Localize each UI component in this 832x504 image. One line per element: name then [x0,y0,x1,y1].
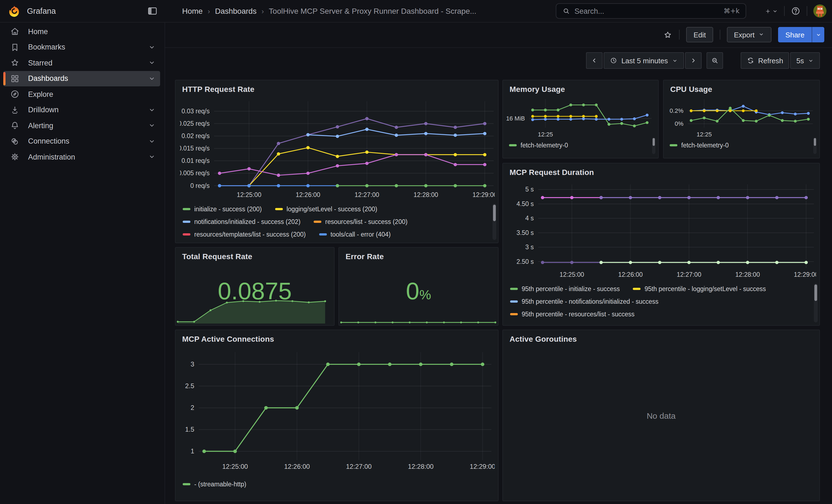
legend-row: fetch-telemetry-0 [670,139,810,151]
sidebar-item-label: Administration [28,153,148,161]
legend-item[interactable]: resources/templates/list - success (200) [183,231,306,237]
panel-title[interactable]: MCP Active Connections [176,330,498,343]
legend-item[interactable]: notifications/initialized - success (202… [183,218,301,225]
cpu-usage-chart[interactable]: 0.2%0%12:25 [666,96,815,140]
svg-text:12:29:00: 12:29:00 [470,463,495,470]
legend-item[interactable]: initialize - success (200) [183,206,262,212]
refresh-button[interactable]: Refresh [740,52,789,69]
svg-text:0.005 req/s: 0.005 req/s [180,169,210,177]
legend-item[interactable]: resources/list - success (200) [314,218,408,225]
chevron-down-icon[interactable] [148,153,156,161]
panel-total-request-rate: Total Request Rate 0.0875 [175,247,335,326]
plug-icon [10,136,20,146]
panel-title[interactable]: MCP Request Duration [503,163,820,177]
grafana-app: Grafana Home›Dashboards›ToolHive MCP Ser… [0,0,832,504]
sidebar-item-label: Alerting [28,121,148,130]
legend-scrollbar[interactable] [813,137,816,154]
svg-text:3: 3 [191,361,194,368]
export-button[interactable]: Export [727,27,772,43]
chart-legend: - (streamable-http) [183,478,489,491]
add-new-button[interactable] [764,8,778,14]
legend-item[interactable]: 95th percentile - logging/setLevel - suc… [633,285,766,292]
chevron-down-icon[interactable] [148,122,156,129]
svg-text:12:25:00: 12:25:00 [237,191,261,198]
breadcrumb-separator: › [208,7,210,15]
svg-text:1.5: 1.5 [185,426,194,433]
svg-text:12:28:00: 12:28:00 [408,463,433,470]
chevron-down-icon[interactable] [148,75,156,82]
legend-item[interactable]: fetch-telemetry-0 [670,142,729,148]
breadcrumb-item-home[interactable]: Home [182,7,203,16]
apps-icon [10,74,20,83]
sidebar-item-label: Bookmarks [28,43,148,51]
breadcrumb: Home›Dashboards›ToolHive MCP Server & Pr… [182,0,476,22]
share-dropdown-icon[interactable] [812,27,824,43]
user-avatar[interactable] [813,4,827,18]
edit-label: Edit [694,30,706,39]
sidebar-item-explore[interactable]: Explore [3,86,160,102]
zoom-out-icon[interactable] [706,52,723,69]
legend-item[interactable]: 95th percentile - initialize - success [510,285,620,292]
panel-error-rate: Error Rate 0% [338,247,498,326]
active-indicator [3,72,5,85]
mcp-request-duration-chart[interactable]: 2.50 s3 s3.50 s4 s4.50 s5 s12:25:0012:26… [508,180,816,285]
sidebar-item-administration[interactable]: Administration [3,149,160,164]
share-button[interactable]: Share [778,27,812,43]
panel-title[interactable]: Error Rate [339,247,498,261]
http-request-rate-chart[interactable]: 0 req/s0.005 req/s0.01 req/s0.015 req/s0… [180,97,495,204]
legend-item[interactable]: fetch-telemetry-0 [509,142,568,148]
edit-button[interactable]: Edit [686,27,713,43]
sidebar-item-dashboards[interactable]: Dashboards [3,71,160,86]
sidebar-item-connections[interactable]: Connections [3,133,160,149]
legend-item[interactable]: 95th percentile - resources/list - succe… [510,311,634,317]
chevron-down-icon[interactable] [148,106,156,114]
svg-text:12:26:00: 12:26:00 [618,271,643,278]
sidebar-item-starred[interactable]: Starred [3,55,160,71]
grafana-logo-icon[interactable] [8,5,20,17]
sidebar-item-home[interactable]: Home [3,24,160,39]
legend-item[interactable]: logging/setLevel - success (200) [275,206,377,212]
time-shift-back-button[interactable] [586,52,602,69]
legend-item[interactable]: tools/call - error (404) [319,231,391,237]
sidebar-item-label: Home [28,27,160,35]
mcp-active-connections-chart[interactable]: 11.522.5312:25:0012:26:0012:27:0012:28:0… [180,348,495,479]
svg-text:3 s: 3 s [525,243,534,250]
breadcrumb-item-dashboards[interactable]: Dashboards [215,7,256,16]
memory-usage-chart[interactable]: 16 MiB12:25 [505,96,654,140]
legend-scrollbar[interactable] [493,204,496,240]
svg-text:12:29:00: 12:29:00 [794,271,816,278]
svg-text:12:28:00: 12:28:00 [414,191,438,198]
svg-text:1: 1 [191,447,194,455]
svg-text:12:27:00: 12:27:00 [677,271,701,278]
svg-text:0.015 req/s: 0.015 req/s [180,145,210,152]
export-label: Export [734,30,754,39]
help-icon[interactable] [791,6,801,16]
chart-legend: fetch-telemetry-0 [670,139,810,152]
time-range-picker[interactable]: Last 5 minutes [604,52,684,69]
sidebar-item-drilldown[interactable]: Drilldown [3,102,160,117]
sidebar-collapse-icon[interactable] [147,5,158,17]
stat-unit: % [419,287,431,302]
favorite-star-icon[interactable] [664,30,673,39]
panel-memory-usage: Memory Usage 16 MiB12:25 fetch-telemetry… [502,80,659,158]
panel-title[interactable]: HTTP Request Rate [176,80,498,94]
panel-title[interactable]: Memory Usage [503,80,658,94]
refresh-interval-picker[interactable]: 5s [790,52,820,69]
chevron-down-icon [672,57,678,63]
legend-item[interactable]: 95th percentile - notifications/initiali… [510,298,658,304]
legend-scrollbar[interactable] [652,137,655,154]
legend-scrollbar[interactable] [814,283,818,322]
panel-title[interactable]: Total Request Rate [176,247,334,261]
panel-mcp-request-duration: MCP Request Duration 2.50 s3 s3.50 s4 s4… [502,163,820,326]
divider [720,30,720,39]
sidebar-item-bookmarks[interactable]: Bookmarks [3,39,160,55]
search-icon [562,7,570,15]
chevron-down-icon[interactable] [148,137,156,145]
search-input[interactable]: Search... ⌘+k [556,3,746,19]
legend-item[interactable]: - (streamable-http) [183,481,246,487]
panel-title[interactable]: CPU Usage [664,80,820,94]
time-shift-forward-button[interactable] [685,52,701,69]
chevron-down-icon[interactable] [148,43,156,51]
chevron-down-icon[interactable] [148,59,156,67]
sidebar-item-alerting[interactable]: Alerting [3,118,160,133]
